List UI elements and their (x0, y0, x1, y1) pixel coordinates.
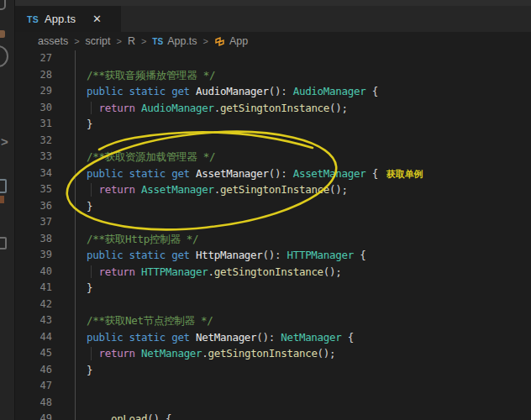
code-text: return AudioManager.getSingtonInstance()… (52, 100, 348, 117)
breadcrumb-separator-icon: > (141, 36, 146, 46)
code-line: 29public static get AudioManager(): Audi… (15, 83, 531, 100)
code-text: /**获取Net节点控制器 */ (52, 312, 213, 329)
code-token: AudioManager (196, 85, 269, 97)
editor-window: TS App.ts ✕ assets > script > R > TS App… (15, 0, 531, 420)
code-token: AssetManager (196, 167, 269, 180)
code-text: } (52, 362, 92, 379)
indent-guide (91, 183, 92, 197)
tab-title: App.ts (45, 13, 76, 25)
code-text (52, 133, 87, 150)
tab-bar: TS App.ts ✕ (15, 6, 531, 32)
code-token: (); (329, 183, 348, 196)
page-edge-strip: > (0, 0, 15, 420)
line-number: 27 (15, 50, 52, 67)
code-token: /**获取Net节点控制器 */ (87, 314, 213, 327)
line-number: 34 (15, 165, 52, 182)
code-text: } (52, 280, 92, 297)
code-token: /**获取资源加载管理器 */ (87, 150, 215, 163)
code-text: public static get AudioManager(): AudioM… (52, 83, 378, 100)
code-token: NetManager (141, 347, 202, 360)
code-text (52, 214, 87, 231)
code-text: public static get AssetManager(): AssetM… (52, 165, 423, 182)
code-text (52, 395, 87, 412)
code-token: return (98, 265, 141, 278)
code-token: (); (323, 265, 342, 278)
close-tab-icon[interactable]: ✕ (92, 13, 102, 24)
code-token: AssetManager (141, 183, 214, 196)
breadcrumb-item-r[interactable]: R (128, 35, 135, 47)
code-token: (): (269, 85, 293, 97)
code-text (52, 297, 87, 313)
code-text: public static get HttpManager(): HTTPMan… (52, 247, 365, 264)
breadcrumb-item-assets[interactable]: assets (38, 35, 68, 47)
code-token: } (87, 364, 92, 376)
line-number: 41 (15, 280, 52, 297)
breadcrumb-separator-icon: > (116, 36, 121, 46)
indent-guide (91, 102, 92, 115)
code-token: (): (269, 167, 293, 180)
code-line: 41} (15, 280, 531, 297)
partial-square-icon (0, 179, 7, 193)
inline-annotation-label: 获取单例 (386, 169, 423, 179)
code-token: getSingtonInstance (220, 102, 329, 114)
code-token (87, 347, 98, 360)
indent-guide (91, 347, 92, 360)
line-number: 37 (15, 214, 52, 231)
partial-square-icon (0, 237, 7, 249)
indent-guide (91, 265, 92, 279)
line-number: 39 (15, 247, 52, 264)
code-text: return HTTPManager.getSingtonInstance(); (52, 264, 342, 281)
code-text: /**获取资源加载管理器 */ (52, 149, 215, 165)
code-editor[interactable]: 2728/**获取音频播放管理器 */29public static get A… (15, 50, 531, 420)
code-token: /**获取Http控制器 */ (87, 233, 198, 245)
code-token: HTTPManager (141, 265, 208, 278)
breadcrumb-symbol-app[interactable]: App (229, 35, 248, 47)
code-token: HTTPManager (287, 249, 353, 261)
typescript-file-icon: TS (27, 14, 39, 24)
line-number: 40 (15, 264, 52, 281)
line-number: 45 (15, 345, 52, 362)
code-token: return (98, 183, 141, 196)
chevron-right-icon: > (1, 134, 8, 149)
code-line: 37 (15, 214, 531, 231)
code-token: getSingtonInstance (220, 183, 329, 196)
typescript-file-icon: TS (152, 37, 163, 46)
breadcrumb-item-file[interactable]: App.ts (167, 35, 197, 47)
code-token: public static get (87, 167, 196, 180)
line-number: 35 (15, 181, 52, 198)
code-line: 31} (15, 116, 531, 133)
tab-app-ts[interactable]: TS App.ts ✕ (15, 6, 121, 32)
code-line: 38/**获取Http控制器 */ (15, 231, 531, 248)
code-token: (); (329, 102, 348, 114)
line-number: 48 (15, 395, 52, 412)
code-line: 27 (15, 50, 531, 67)
line-number: 31 (15, 116, 52, 133)
code-token: AudioManager (141, 102, 214, 114)
line-number: 46 (15, 362, 52, 379)
breadcrumb-item-script[interactable]: script (86, 35, 111, 47)
breadcrumb-separator-icon: > (203, 36, 208, 46)
code-text (52, 50, 87, 67)
code-token (87, 102, 98, 114)
code-line: 39public static get HttpManager(): HTTPM… (15, 247, 531, 264)
code-text: /**获取Http控制器 */ (52, 231, 198, 248)
code-line: 43/**获取Net节点控制器 */ (15, 312, 531, 329)
line-number: 28 (15, 67, 52, 84)
window-top-strip (15, 0, 531, 6)
line-number: 47 (15, 378, 52, 395)
partial-frame-icon (0, 0, 6, 10)
code-token: public static get (87, 331, 196, 344)
code-token: { (342, 331, 354, 344)
breadcrumb: assets > script > R > TS App.ts > App (15, 32, 531, 50)
code-token: . (202, 347, 208, 360)
code-token: . (208, 265, 214, 278)
code-line: 48 (15, 395, 531, 412)
code-token: public static get (87, 249, 196, 261)
line-number: 36 (15, 198, 52, 215)
code-token: public static get (87, 85, 196, 97)
code-line: 45 return NetManager.getSingtonInstance(… (15, 345, 531, 362)
code-token: getSingtonInstance (208, 347, 318, 360)
code-token: onLoad (111, 412, 147, 420)
line-number: 38 (15, 231, 52, 248)
code-text: } (52, 198, 92, 215)
